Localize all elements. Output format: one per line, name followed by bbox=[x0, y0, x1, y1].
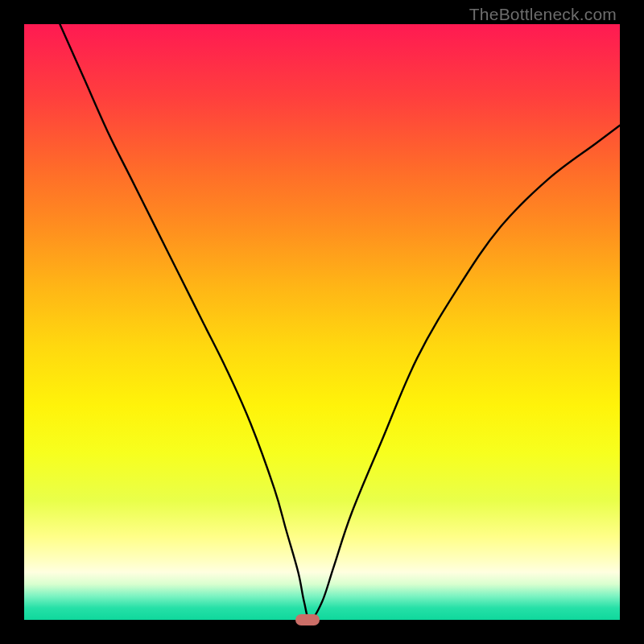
chart-plot-area bbox=[24, 24, 620, 620]
watermark-text: TheBottleneck.com bbox=[469, 5, 617, 24]
curve-path bbox=[60, 24, 620, 620]
chart-frame: TheBottleneck.com bbox=[0, 0, 644, 644]
minimum-marker bbox=[295, 614, 320, 625]
bottleneck-curve bbox=[24, 24, 620, 620]
